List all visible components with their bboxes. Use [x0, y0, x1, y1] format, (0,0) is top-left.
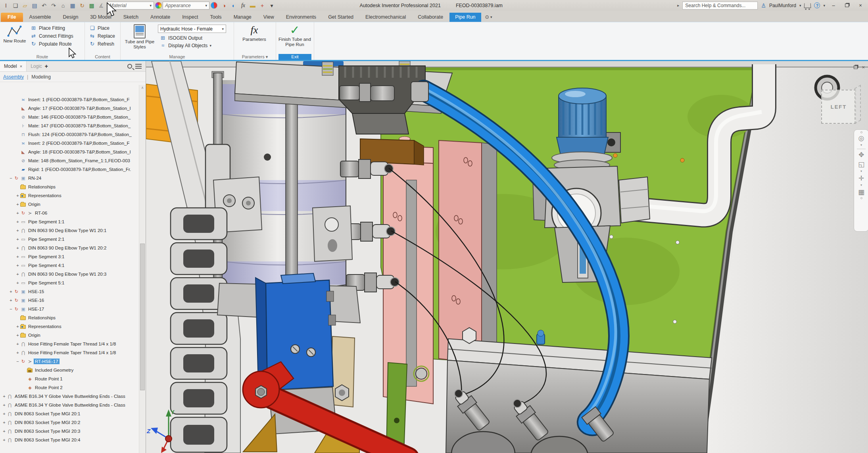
tree-expander-icon[interactable]: + [15, 254, 20, 259]
add-tab-icon[interactable]: + [45, 63, 48, 69]
browser-search-icon[interactable] [127, 64, 132, 69]
full-navigation-wheel-icon[interactable]: ◎ [858, 134, 864, 142]
measure-icon[interactable]: ∡ [97, 1, 106, 10]
tab-inspect[interactable]: Inspect [177, 13, 204, 22]
holed-bracket[interactable] [313, 206, 352, 261]
tree-item-rt-hse-17[interactable]: −↻≻RT-HSE-17 [0, 357, 139, 366]
tree-item-angle-18-feod-00303879-t-p-bottom-statio[interactable]: ◣Angle: 18 (FEOD-00303879-T&P,Bottom_Sta… [0, 148, 139, 156]
viewcube[interactable]: LEFT [821, 90, 856, 124]
tree-item-included-geometry[interactable]: Included Geometry [0, 366, 139, 374]
tree-item-din-8063-90-deg-elbow-type-w1-20-2[interactable]: +⋂DIN 8063 90 Deg Elbow Type W1 20:2 [0, 244, 139, 252]
tree-expander-icon[interactable]: − [8, 176, 13, 180]
restore-button[interactable] [842, 2, 852, 10]
tree-item-origin[interactable]: +Origin [0, 200, 139, 209]
parameters-panel-title[interactable]: Parameters ▾ [234, 54, 276, 60]
tab-sketch[interactable]: Sketch [118, 13, 144, 22]
tab-collaborate[interactable]: Collaborate [412, 13, 449, 22]
tree-item-flush-124-feod-00303879-t-p-bottom-stati[interactable]: ⊓Flush: 124 (FEOD-00303879-T&P,Bottom_St… [0, 130, 139, 139]
tree-item-route-point-2[interactable]: ◈Route Point 2 [0, 383, 139, 392]
tree-item-din-8063-90-deg-elbow-type-w1-20-1[interactable]: +⋂DIN 8063 90 Deg Elbow Type W1 20:1 [0, 226, 139, 235]
undo-icon[interactable]: ↶ [40, 1, 48, 10]
tree-item-rigid-1-feod-00303879-t-p-bottom-station[interactable]: ▰Rigid: 1 (FEOD-00303879-T&P,Bottom_Stat… [0, 165, 139, 174]
tree-item-pipe-segment-5-1[interactable]: +▭Pipe Segment 5:1 [0, 278, 139, 287]
populate-route-button[interactable]: ↻Populate Route [29, 40, 75, 48]
wheel-menu-chevron-icon[interactable]: ▾ [860, 143, 862, 147]
close-doc-icon[interactable]: × [862, 64, 865, 70]
home-icon[interactable]: ⌂ [59, 1, 67, 10]
tree-expander-icon[interactable]: + [2, 420, 7, 425]
tree-expander-icon[interactable]: + [15, 324, 20, 329]
tree-item-rt-06[interactable]: +↻≻RT-06 [0, 209, 139, 217]
tree-expander-icon[interactable]: + [2, 394, 7, 399]
tree-item-hse-16[interactable]: +↻▣HSE-16 [0, 296, 139, 305]
display-all-objects-button[interactable]: ≈Display All Objects▾ [158, 42, 226, 49]
viewcube-face-label[interactable]: LEFT [831, 104, 847, 110]
tree-expander-icon[interactable]: + [15, 272, 20, 276]
tree-item-representations[interactable]: +Representations [0, 191, 139, 200]
tree-expander-icon[interactable]: + [8, 298, 13, 303]
tree-item-relationships[interactable]: Relationships [0, 313, 139, 322]
parameters-button[interactable]: fx Parameters [236, 23, 272, 54]
appearance-adjust-icon[interactable]: ◑ [220, 1, 229, 10]
tree-expander-icon[interactable]: + [15, 333, 20, 338]
close-model-tab-icon[interactable]: × [20, 64, 22, 69]
scroll-up-icon[interactable]: ∧ [139, 85, 146, 90]
tree-item-hose-fitting-female-taper-thread-1-4-x-1[interactable]: +⋂Hose Fitting Female Taper Thread 1/4 x… [0, 340, 139, 348]
new-file-icon[interactable]: ❏ [11, 1, 20, 10]
tree-item-hse-17[interactable]: −↻▣HSE-17 [0, 305, 139, 313]
tree-item-relationships[interactable]: Relationships [0, 182, 139, 191]
tab-assemble[interactable]: Assemble [24, 13, 57, 22]
tree-item-hse-15[interactable]: +↻▣HSE-15 [0, 287, 139, 296]
add-icon[interactable]: + [258, 1, 267, 10]
tan-spacer-strip[interactable] [331, 336, 355, 407]
tree-item-mate-148-bottom-station-frame-1-1-feod-0[interactable]: ⊘Mate: 148 (Bottom_Station_Frame_1:1,FEO… [0, 156, 139, 165]
tree-expander-icon[interactable]: + [2, 411, 7, 416]
tree-item-din-8063-socket-type-mgi-20-2[interactable]: +⋂DIN 8063 Socket Type MGI 20:2 [0, 418, 139, 427]
tree-expander-icon[interactable]: − [15, 359, 20, 364]
tree-item-route-point-1[interactable]: ◈Route Point 1 [0, 374, 139, 383]
update-icon[interactable]: ↻ [78, 1, 86, 10]
refresh-button[interactable]: ↻Refresh [87, 40, 117, 48]
tree-item-mate-147-feod-00303879-t-p-bottom-statio[interactable]: ⊦Mate: 147 (FEOD-00303879-T&P,Bottom_Sta… [0, 121, 139, 130]
styles-icon[interactable]: ▬ [248, 1, 257, 10]
content-panel-title[interactable]: Content [85, 54, 120, 60]
tab-environments[interactable]: Environments [280, 13, 322, 22]
customize-icon[interactable]: ▾ [267, 1, 276, 10]
tab-logic[interactable]: Logic+ [27, 61, 52, 71]
ribbon-overflow-button[interactable]: ⊙▾ [482, 12, 495, 22]
tree-expander-icon[interactable]: + [15, 342, 20, 346]
tab-annotate[interactable]: Annotate [145, 13, 176, 22]
tree-item-insert-1-feod-00303879-t-p-bottom-statio[interactable]: ≍Insert: 1 (FEOD-00303879-T&P,Bottom_Sta… [0, 95, 139, 104]
tree-item-hose-fitting-female-taper-thread-1-4-x-1[interactable]: +⋂Hose Fitting Female Taper Thread 1/4 x… [0, 348, 139, 357]
close-button[interactable]: × [855, 2, 866, 10]
save-icon[interactable]: ▤ [30, 1, 39, 10]
pipe-style-select[interactable]: Hydraulic Hose - Female▾ [158, 25, 226, 33]
tree-expander-icon[interactable]: + [2, 403, 7, 407]
replace-button[interactable]: ⇆Replace [87, 32, 117, 40]
tab-get-started[interactable]: Get Started [323, 13, 359, 22]
tree-item-pipe-segment-3-1[interactable]: +▭Pipe Segment 3:1 [0, 252, 139, 261]
store-cart-icon[interactable] [804, 3, 811, 8]
tree-expander-icon[interactable]: + [8, 289, 13, 294]
tree-item-mate-146-feod-00303879-t-p-bottom-statio[interactable]: ⊘Mate: 146 (FEOD-00303879-T&P,Bottom_Sta… [0, 113, 139, 121]
new-route-button[interactable]: New Route [2, 23, 27, 54]
tree-item-asme-b16-34-y-globe-valve-buttwelding-en[interactable]: +⋂ASME B16.34 Y Globe Valve Buttwelding … [0, 401, 139, 409]
tree-item-insert-2-feod-00303879-t-p-bottom-statio[interactable]: ≍Insert: 2 (FEOD-00303879-T&P,Bottom_Sta… [0, 139, 139, 148]
isogen-output-button[interactable]: ⊞ISOGEN Output [158, 34, 226, 42]
material-swatch-icon[interactable] [154, 1, 163, 10]
orbit-menu-chevron-icon[interactable]: ▾ [860, 183, 862, 187]
search-expander-icon[interactable]: ▸ [677, 3, 679, 8]
tree-expander-icon[interactable]: + [15, 202, 20, 207]
browser-scrollbar[interactable]: ∧ [139, 85, 146, 453]
tree-item-din-8063-socket-type-mgi-20-1[interactable]: +⋂DIN 8063 Socket Type MGI 20:1 [0, 409, 139, 418]
help-menu-chevron-icon[interactable]: ▾ [823, 4, 825, 8]
tab-manage[interactable]: Manage [228, 13, 257, 22]
inventor-logo-icon[interactable]: I [2, 1, 10, 10]
redo-icon[interactable]: ↷ [49, 1, 58, 10]
place-button[interactable]: ❏Place [87, 24, 117, 32]
minimize-button[interactable]: – [828, 2, 839, 10]
drawing-icon[interactable]: ▦ [68, 1, 77, 10]
tree-expander-icon[interactable]: − [8, 307, 13, 311]
appearance-select[interactable]: Appearance▾ [163, 2, 209, 10]
help-icon[interactable]: ? [814, 2, 820, 8]
